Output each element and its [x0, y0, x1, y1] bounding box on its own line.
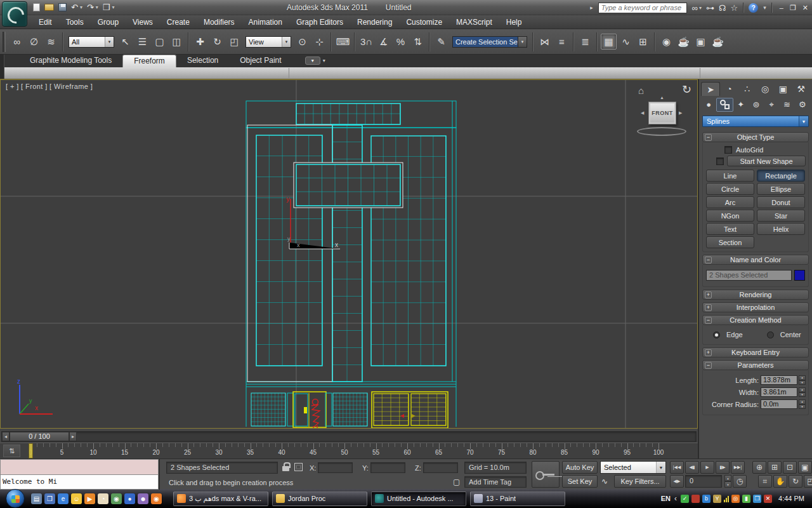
spinner[interactable]: ▲▼	[799, 399, 806, 409]
selection-filter-dropdown[interactable]: All▼	[69, 36, 114, 48]
ribbon-tab-selection[interactable]: Selection	[176, 55, 229, 67]
systems-category-tab[interactable]: ⚙	[795, 98, 810, 112]
expand-icon[interactable]: +	[705, 349, 712, 356]
front-viewport[interactable]: [ + ] [ Front ] [ Wireframe ]	[0, 79, 698, 429]
keyboard-shortcut-override-button[interactable]: ⌨	[335, 34, 351, 50]
collapse-icon[interactable]: −	[705, 257, 712, 264]
chevron-down-icon[interactable]: ▼	[282, 37, 291, 47]
parameters-rollout-header[interactable]: − Parameters	[702, 360, 809, 370]
curve-editor-button[interactable]: ∿	[618, 34, 634, 50]
edge-radio[interactable]	[713, 331, 720, 338]
time-slider-handle[interactable]: 0 / 100	[10, 432, 69, 441]
center-radio[interactable]	[767, 331, 774, 338]
add-time-tag-field[interactable]: Add Time Tag	[464, 476, 527, 488]
search-binoculars-icon[interactable]: ∞	[692, 3, 698, 13]
spinner-up-icon[interactable]: ▲	[799, 375, 806, 380]
save-file-icon[interactable]	[58, 3, 67, 11]
previous-frame-arrow-button[interactable]: ◂	[2, 432, 10, 441]
zoom-extents-button[interactable]: ⊡	[783, 461, 797, 474]
menu-views[interactable]: Views	[126, 15, 160, 29]
orange-app-icon[interactable]: ◎	[731, 495, 740, 503]
key-filters-button[interactable]: Key Filters...	[614, 475, 666, 488]
render-setup-button[interactable]: ☕	[676, 34, 691, 50]
keyboard-entry-rollout-header[interactable]: + Keyboard Entry	[702, 347, 809, 358]
battery-icon[interactable]: ▮	[742, 495, 750, 503]
named-selection-sets-dropdown[interactable]: Create Selection Se▼	[452, 36, 527, 48]
use-pivot-point-center-button[interactable]: ⊙	[294, 34, 310, 50]
orbit-button[interactable]: ↻	[789, 475, 802, 488]
expand-icon[interactable]: +	[705, 291, 712, 298]
render-production-button[interactable]: ☕	[710, 34, 726, 50]
object-type-section-button[interactable]: Section	[706, 236, 754, 248]
previous-frame-button[interactable]: ◀▮	[685, 461, 699, 474]
trackbar-ruler[interactable]: 0510152025303540455055606570758085909510…	[0, 443, 698, 458]
autogrid-checkbox[interactable]	[724, 146, 732, 154]
project-manager-icon[interactable]: ❒	[103, 3, 110, 11]
ribbon-grip[interactable]	[0, 55, 4, 79]
ribbon-tab-graphite-modeling-tools[interactable]: Graphite Modeling Tools	[19, 55, 122, 67]
viewcube-front-face[interactable]: FRONT	[648, 102, 676, 124]
search-flyout-icon[interactable]: ▾	[699, 5, 702, 11]
key-mode-toggle-button[interactable]: ◀▶	[670, 475, 684, 488]
auto-key-button[interactable]: Auto Key	[562, 461, 598, 474]
object-type-ngon-button[interactable]: NGon	[706, 210, 754, 222]
network-icon[interactable]: ❒	[753, 495, 761, 503]
rendering-rollout-header[interactable]: + Rendering	[702, 290, 809, 300]
menu-help[interactable]: Help	[499, 15, 529, 29]
object-type-ellipse-button[interactable]: Ellipse	[757, 183, 805, 195]
hierarchy-panel-tab[interactable]: ∴	[738, 82, 756, 96]
maxscript-mini-listener[interactable]: Welcome to Mi	[0, 459, 160, 490]
zoom-region-button[interactable]: ⌗	[758, 475, 772, 488]
new-scene-icon[interactable]	[33, 3, 40, 11]
internet-explorer-icon[interactable]: e	[58, 493, 69, 504]
spinner-snap-toggle-button[interactable]: ⇅	[410, 34, 426, 50]
menu-maxscript[interactable]: MAXScript	[449, 15, 499, 29]
display-panel-tab[interactable]: ▣	[774, 82, 792, 96]
media-player-icon[interactable]: ▶	[84, 493, 95, 504]
viewport-canvas[interactable]: y y x x	[1, 80, 698, 429]
graphite-ribbon-toggle-button[interactable]: ▦	[601, 34, 617, 50]
tray-chevron-icon[interactable]: ‹	[674, 494, 677, 503]
coord-z-field[interactable]	[423, 462, 458, 473]
align-button[interactable]: ≡	[554, 34, 570, 50]
object-name-field[interactable]: 2 Shapes Selected	[706, 270, 792, 281]
object-type-arc-button[interactable]: Arc	[706, 196, 754, 208]
angle-snap-toggle-button[interactable]: ∡	[376, 34, 391, 50]
chevron-down-icon[interactable]: ▼	[105, 37, 114, 47]
clock[interactable]: 4:44 PM	[778, 495, 804, 502]
interpolation-rollout-header[interactable]: + Interpolation	[702, 302, 809, 312]
picasa-icon[interactable]: ◉	[111, 493, 122, 504]
spinner-down-icon[interactable]: ▼	[799, 392, 806, 398]
current-frame-marker[interactable]	[29, 443, 33, 458]
coord-y-field[interactable]	[370, 462, 405, 473]
minimize-button[interactable]: –	[780, 4, 783, 11]
object-type-star-button[interactable]: Star	[757, 210, 805, 222]
spinner-down-icon[interactable]: ▼	[799, 380, 806, 385]
chevron-down-icon[interactable]: ▼	[656, 462, 665, 473]
messenger-icon[interactable]: ☻	[138, 493, 148, 504]
percent-snap-toggle-button[interactable]: %	[393, 34, 409, 50]
object-color-swatch[interactable]	[794, 270, 805, 281]
time-slider-track[interactable]: ◂ 0 / 100 ▸	[1, 431, 697, 442]
go-to-end-button[interactable]: ▶▶|	[731, 461, 745, 474]
cameras-category-tab[interactable]: ⊚	[749, 98, 764, 112]
rendered-frame-window-button[interactable]: ▣	[693, 34, 709, 50]
ribbon-minimize-button[interactable]: ▼	[305, 57, 320, 65]
frame-spinner[interactable]: ▲▼	[724, 475, 731, 488]
select-and-move-button[interactable]: ✚	[192, 34, 208, 50]
zoom-all-button[interactable]: ⊞	[768, 461, 782, 474]
length-field[interactable]: 13.878m	[761, 375, 797, 385]
taskbar-task-3-ds-max-v-ra[interactable]: 3 هم بds max & V-ra...	[173, 491, 268, 506]
chevron-down-icon[interactable]: ▼	[799, 116, 808, 126]
lights-category-tab[interactable]: ✦	[733, 98, 749, 112]
communication-center-icon[interactable]: ☊	[719, 3, 726, 13]
language-indicator[interactable]: EN	[661, 495, 671, 502]
object-type-rectangle-button[interactable]: Rectangle	[757, 170, 805, 182]
listener-line[interactable]: Welcome to Mi	[0, 474, 159, 490]
start-new-shape-checkbox[interactable]	[716, 157, 724, 165]
taskbar-task-13-paint[interactable]: 13 - Paint	[470, 491, 565, 506]
unlink-selection-button[interactable]: ∅	[26, 34, 42, 50]
redo-flyout-icon[interactable]: ▾	[96, 3, 98, 11]
set-key-button[interactable]: Set Key	[562, 475, 598, 488]
menu-group[interactable]: Group	[91, 15, 126, 29]
